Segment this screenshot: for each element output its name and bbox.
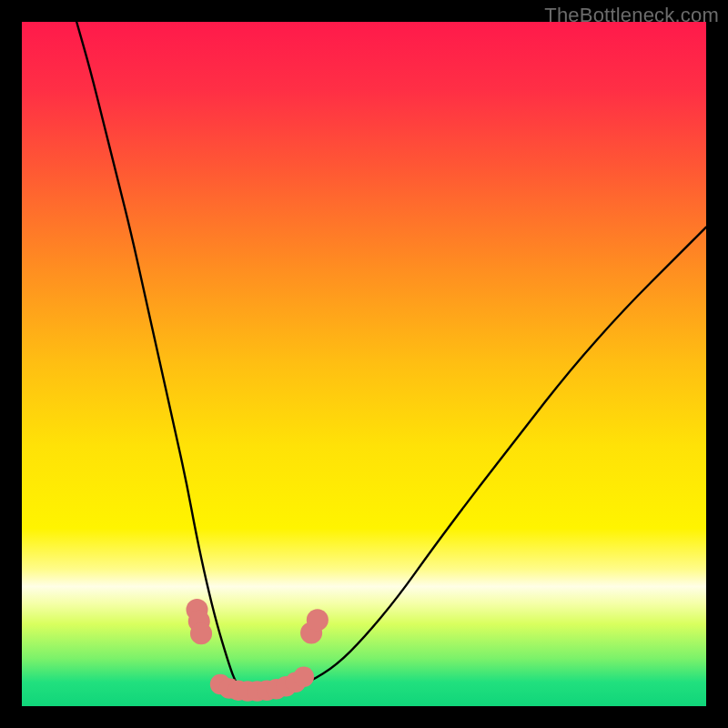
curve-marker xyxy=(307,609,329,631)
curve-marker xyxy=(294,666,315,687)
chart-frame xyxy=(22,22,706,706)
bottleneck-curve xyxy=(76,22,706,691)
chart-plot-layer xyxy=(22,22,706,706)
curve-markers xyxy=(186,599,328,702)
curve-marker xyxy=(190,622,212,644)
